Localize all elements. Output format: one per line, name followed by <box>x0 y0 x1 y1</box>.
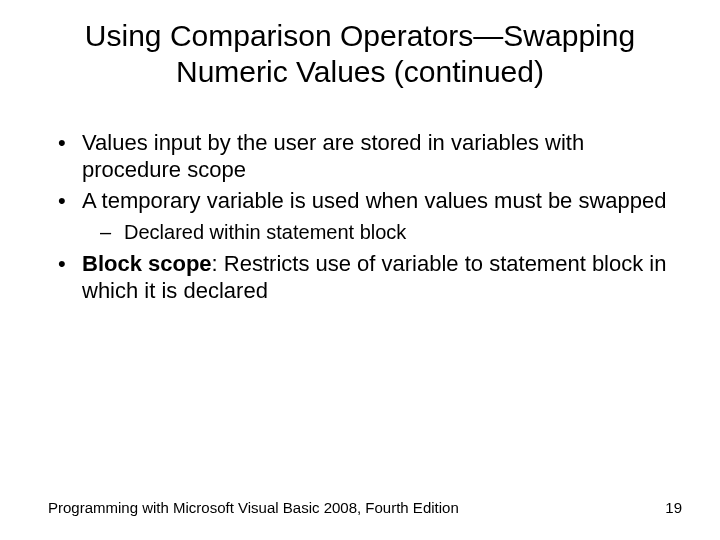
page-number: 19 <box>665 499 682 516</box>
bullet-item-3-bold: Block scope <box>82 251 212 276</box>
bullet-item-1: Values input by the user are stored in v… <box>54 130 672 184</box>
slide-footer: Programming with Microsoft Visual Basic … <box>48 499 682 516</box>
footer-text: Programming with Microsoft Visual Basic … <box>48 499 459 516</box>
slide-content: Values input by the user are stored in v… <box>48 130 672 305</box>
bullet-item-3: Block scope: Restricts use of variable t… <box>54 251 672 305</box>
bullet-item-2: A temporary variable is used when values… <box>54 188 672 245</box>
slide-title: Using Comparison Operators—Swapping Nume… <box>60 18 660 90</box>
sub-bullet-item-1: Declared within statement block <box>96 220 672 244</box>
slide-container: Using Comparison Operators—Swapping Nume… <box>0 0 720 540</box>
bullet-list: Values input by the user are stored in v… <box>54 130 672 305</box>
sub-bullet-list: Declared within statement block <box>82 220 672 244</box>
bullet-item-2-text: A temporary variable is used when values… <box>82 188 667 213</box>
